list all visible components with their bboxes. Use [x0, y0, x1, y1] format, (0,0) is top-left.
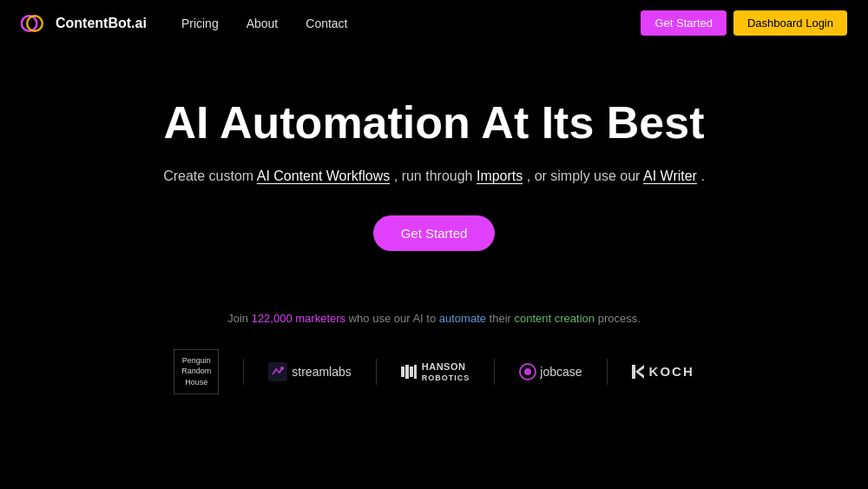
- hanson-text: HANSONROBOTICS: [422, 361, 470, 382]
- subtitle-after: , or simply use our: [527, 169, 641, 183]
- navbar: ContentBot.ai Pricing About Contact Get …: [0, 0, 868, 46]
- streamlabs-icon: [268, 362, 287, 381]
- subtitle-middle: , run through: [394, 169, 473, 183]
- logo-koch: KOCH: [632, 364, 694, 379]
- hero-title: AI Automation At Its Best: [163, 98, 704, 148]
- subtitle-link-imports[interactable]: Imports: [477, 169, 523, 183]
- koch-icon: [632, 365, 644, 379]
- social-proof-text: Join 122,000 marketers who use our AI to…: [227, 312, 641, 325]
- logo-divider-1: [243, 359, 244, 385]
- koch-text: KOCH: [649, 364, 694, 379]
- svg-rect-4: [401, 367, 404, 377]
- subtitle-link-workflows[interactable]: AI Content Workflows: [257, 169, 391, 183]
- svg-rect-7: [414, 365, 417, 379]
- hero-section: AI Automation At Its Best Create custom …: [0, 46, 868, 303]
- nav-link-contact[interactable]: Contact: [306, 17, 347, 30]
- hanson-icon: [401, 365, 417, 379]
- subtitle-before: Create custom: [163, 169, 253, 183]
- marketers-val: marketers: [295, 312, 345, 325]
- logo-divider-3: [494, 359, 495, 385]
- logo-divider-4: [607, 359, 608, 385]
- svg-point-3: [280, 367, 284, 370]
- logo-area: ContentBot.ai: [21, 15, 147, 32]
- logo-icon: [21, 15, 49, 32]
- nav-buttons: Get Started Dashboard Login: [641, 10, 847, 36]
- svg-rect-5: [405, 365, 409, 379]
- logo-streamlabs: streamlabs: [268, 362, 351, 381]
- logo-hanson: HANSONROBOTICS: [401, 361, 470, 382]
- svg-rect-6: [410, 367, 413, 377]
- svg-rect-8: [632, 365, 635, 379]
- content-val: content creation: [515, 312, 595, 325]
- count-value: 122,000: [252, 312, 293, 325]
- jobcase-circle: [519, 363, 536, 380]
- join-text: Join: [227, 312, 251, 325]
- streamlabs-text: streamlabs: [292, 365, 351, 379]
- nav-links: Pricing About Contact: [181, 17, 641, 30]
- nav-get-started-button[interactable]: Get Started: [641, 10, 726, 36]
- process-val: process.: [598, 312, 641, 325]
- jobcase-text: jobcase: [540, 365, 582, 379]
- nav-dashboard-button[interactable]: Dashboard Login: [733, 10, 847, 36]
- logos-row: PenguinRandomHouse streamlabs HANSONROBO…: [174, 349, 694, 394]
- nav-link-about[interactable]: About: [247, 17, 279, 30]
- social-proof-section: Join 122,000 marketers who use our AI to…: [0, 312, 868, 394]
- automate-val: automate: [439, 312, 486, 325]
- logo-jobcase: jobcase: [519, 363, 582, 380]
- subtitle-end: .: [700, 169, 704, 183]
- logo-text: ContentBot.ai: [56, 16, 147, 31]
- nav-link-pricing[interactable]: Pricing: [181, 17, 219, 30]
- their-val: their: [490, 312, 515, 325]
- penguin-text: PenguinRandomHouse: [181, 355, 211, 388]
- logo-penguin: PenguinRandomHouse: [174, 349, 219, 394]
- who-val: who use our AI to: [349, 312, 439, 325]
- jobcase-dot: [524, 368, 531, 375]
- hero-get-started-button[interactable]: Get Started: [373, 215, 496, 251]
- hero-subtitle: Create custom AI Content Workflows , run…: [163, 165, 705, 188]
- subtitle-link-writer[interactable]: AI Writer: [643, 169, 697, 183]
- logo-divider-2: [376, 359, 377, 385]
